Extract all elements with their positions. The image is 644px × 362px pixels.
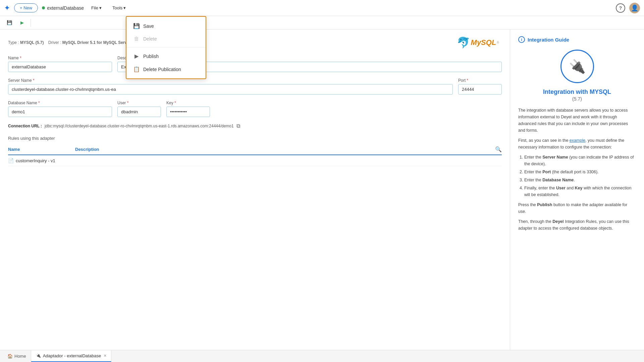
example-link[interactable]: example bbox=[570, 138, 585, 143]
play-icon: ▶ bbox=[20, 20, 24, 25]
user-label: User * bbox=[117, 101, 161, 105]
publish-bold-text: Publish bbox=[537, 202, 552, 207]
publish-menu-item[interactable]: ▶ Publish bbox=[126, 50, 206, 63]
delete-publication-label: Delete Publication bbox=[143, 67, 181, 72]
rules-col-name-header[interactable]: Name bbox=[8, 147, 75, 152]
right-panel: i Integration Guide 🔌 Integration with M… bbox=[510, 29, 644, 350]
user-required: * bbox=[127, 101, 129, 105]
publish-dropdown-icon: ▶ bbox=[133, 53, 140, 59]
delete-dropdown-icon: 🗑 bbox=[133, 36, 140, 42]
server-name-input[interactable] bbox=[8, 84, 453, 95]
home-tab-icon: 🏠 bbox=[7, 354, 13, 359]
user-input[interactable] bbox=[117, 107, 161, 117]
row-name[interactable]: customerInquiry - v1 bbox=[16, 158, 55, 163]
key-field-group: Key * bbox=[166, 101, 210, 117]
tab-bar: 🏠 Home 🔌 Adaptador - externalDatabase × bbox=[0, 350, 644, 362]
save-menu-label: Save bbox=[143, 23, 154, 29]
save-toolbar-button[interactable]: 💾 bbox=[4, 18, 15, 27]
guide-paragraph-1: The integration with database servers al… bbox=[518, 107, 636, 134]
db-name-required: * bbox=[38, 101, 40, 105]
copy-url-button[interactable]: ⧉ bbox=[236, 123, 240, 129]
type-driver-row: Type : MYSQL (5.7) Driver : MySQL Driver… bbox=[8, 36, 502, 49]
app-logo-icon[interactable]: ✦ bbox=[4, 4, 10, 12]
port-required: * bbox=[467, 78, 468, 83]
port-field-group: Port * bbox=[458, 78, 502, 95]
tools-menu-chevron: ▾ bbox=[123, 5, 126, 10]
integration-guide-title: Integration Guide bbox=[528, 37, 569, 43]
name-required: * bbox=[20, 56, 21, 60]
file-menu-chevron: ▾ bbox=[99, 5, 102, 10]
home-tab[interactable]: 🏠 Home bbox=[3, 350, 31, 362]
integration-version: (5.7) bbox=[518, 96, 636, 102]
toolbar: 💾 ▶ bbox=[0, 16, 644, 29]
name-input[interactable] bbox=[8, 62, 112, 72]
driver-value: MySQL Driver 5.1 for MySQL Server bbox=[62, 40, 131, 45]
user-field-group: User * bbox=[117, 101, 161, 117]
guide-steps: Enter the Server Name (you can indicate … bbox=[518, 154, 636, 198]
rules-col-desc-header[interactable]: Description bbox=[75, 147, 495, 152]
type-value: MYSQL (5.7) bbox=[20, 40, 44, 45]
server-port-row: Server Name * Port * bbox=[8, 78, 502, 95]
tools-menu-label: Tools bbox=[112, 5, 122, 10]
delete-menu-label: Delete bbox=[143, 36, 157, 42]
db-user-key-row: Database Name * User * Key * bbox=[8, 101, 502, 117]
mysql-integration-icon: 🔌 bbox=[560, 50, 594, 83]
new-button[interactable]: + New bbox=[14, 3, 38, 12]
guide-publish-text: Press the Publish button to make the ada… bbox=[518, 201, 636, 215]
connection-url-label: Connection URL : bbox=[8, 124, 42, 128]
guide-paragraph-2: First, as you can see in the example, yo… bbox=[518, 137, 636, 150]
name-field-group: Name * bbox=[8, 56, 112, 72]
save-dropdown-icon: 💾 bbox=[133, 23, 140, 29]
top-nav: ✦ + New externalDatabase File ▾ Tools ▾ … bbox=[0, 0, 644, 16]
nav-right: ? 👤 bbox=[616, 3, 640, 13]
toolbar-divider bbox=[31, 19, 31, 27]
db-name-label: Database Name * bbox=[8, 101, 112, 105]
file-menu[interactable]: File ▾ bbox=[88, 4, 105, 12]
db-name-label: externalDatabase bbox=[47, 5, 84, 11]
mysql-trademark: ® bbox=[497, 41, 499, 44]
table-row: 📄 customerInquiry - v1 bbox=[8, 155, 502, 166]
delete-menu-item: 🗑 Delete bbox=[126, 33, 206, 45]
publish-menu-label: Publish bbox=[143, 54, 159, 59]
key-required: * bbox=[174, 101, 176, 105]
user-avatar[interactable]: 👤 bbox=[629, 3, 640, 13]
port-label: Port * bbox=[458, 78, 502, 83]
server-name-required: * bbox=[33, 78, 35, 83]
tools-menu[interactable]: Tools ▾ bbox=[109, 4, 129, 12]
dropdown-divider bbox=[126, 47, 206, 48]
adapter-tab[interactable]: 🔌 Adaptador - externalDatabase × bbox=[31, 350, 112, 362]
run-toolbar-button[interactable]: ▶ bbox=[18, 18, 26, 27]
adapter-tab-icon: 🔌 bbox=[36, 353, 41, 358]
rules-search-button[interactable]: 🔍 bbox=[495, 146, 502, 153]
db-name-indicator: externalDatabase bbox=[42, 5, 84, 11]
save-icon: 💾 bbox=[7, 20, 12, 25]
plug-icon: 🔌 bbox=[569, 59, 586, 74]
driver-label: Driver : bbox=[48, 40, 61, 45]
integration-guide-title-row: i Integration Guide bbox=[518, 36, 636, 43]
adapter-tab-label: Adaptador - externalDatabase bbox=[43, 353, 101, 358]
delete-publication-icon: 📋 bbox=[133, 66, 140, 72]
delete-publication-menu-item[interactable]: 📋 Delete Publication bbox=[126, 63, 206, 76]
key-input[interactable] bbox=[166, 107, 210, 117]
file-menu-label: File bbox=[91, 5, 98, 10]
deyel-bold-text: Deyel bbox=[552, 219, 564, 224]
adapter-tab-close-button[interactable]: × bbox=[104, 353, 106, 358]
name-label: Name * bbox=[8, 56, 112, 60]
name-description-row: Name * Description * bbox=[8, 56, 502, 72]
db-name-input[interactable] bbox=[8, 107, 112, 117]
row-document-icon: 📄 bbox=[8, 158, 14, 163]
rules-section: Rules using this adapter Name Descriptio… bbox=[8, 136, 502, 166]
type-label: Type : bbox=[8, 40, 19, 45]
save-menu-item[interactable]: 💾 Save bbox=[126, 19, 206, 33]
info-circle-icon: i bbox=[518, 36, 525, 43]
connection-url-row: Connection URL : jdbc:mysql://clusterdey… bbox=[8, 123, 502, 129]
mysql-logo-text: MySQL bbox=[471, 38, 496, 47]
mysql-logo: 🐬 MySQL ® bbox=[457, 36, 499, 49]
connection-url-value: jdbc:mysql://clusterdeyel-database.clust… bbox=[45, 124, 234, 128]
rules-table-header: Name Description 🔍 bbox=[8, 144, 502, 155]
port-input[interactable] bbox=[458, 84, 502, 95]
help-button[interactable]: ? bbox=[616, 3, 625, 13]
status-dot-green bbox=[42, 6, 45, 9]
type-driver-info: Type : MYSQL (5.7) Driver : MySQL Driver… bbox=[8, 40, 131, 45]
main-area: Type : MYSQL (5.7) Driver : MySQL Driver… bbox=[0, 29, 644, 350]
